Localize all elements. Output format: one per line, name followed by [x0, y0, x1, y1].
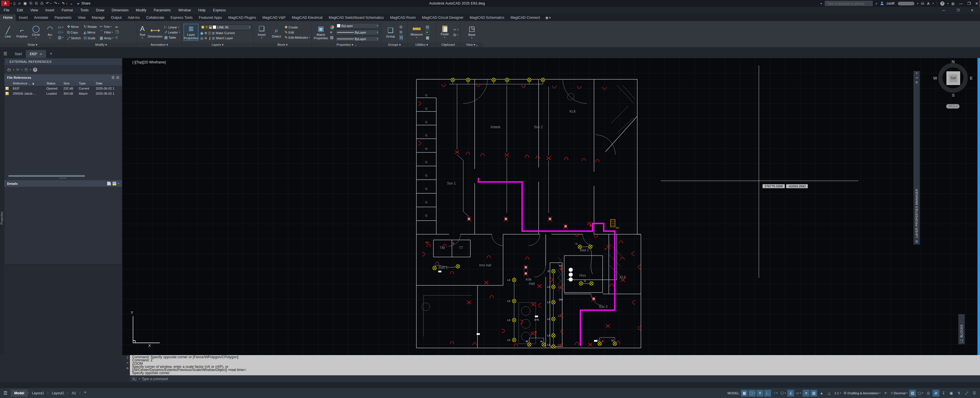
- menu-express[interactable]: Express: [209, 8, 229, 12]
- customization[interactable]: ☰: [971, 390, 978, 396]
- command-input[interactable]: Type a command: [142, 377, 168, 381]
- linear-button[interactable]: ⊢Linear▾: [164, 25, 179, 29]
- app-menu-dropdown-icon[interactable]: ▾: [11, 2, 12, 5]
- hatch-button[interactable]: ▨▾: [58, 35, 64, 40]
- linetype-select[interactable]: ByLayer▾: [336, 36, 379, 42]
- menu-help[interactable]: Help: [195, 8, 210, 12]
- menu-window[interactable]: Window: [175, 8, 194, 12]
- modify-rotate-button[interactable]: ↻Rotate: [84, 24, 97, 29]
- user-avatar-icon[interactable]: [881, 4, 884, 5]
- drawing-canvas[interactable]: [-][Top][2D Wireframe] Sov 1ArbeteSov 2K…: [122, 58, 980, 355]
- menu-format[interactable]: Format: [58, 8, 77, 12]
- erase-icon[interactable]: ✏: [115, 25, 119, 29]
- ribbon-tab-output[interactable]: Output: [108, 14, 125, 21]
- detect-button[interactable]: ⌕Detect: [270, 26, 283, 38]
- group-button[interactable]: ❑Group: [383, 26, 398, 38]
- performance-recorder[interactable]: ↯: [956, 390, 963, 396]
- help-dropdown-icon[interactable]: ▾: [947, 2, 948, 5]
- refresh-icon[interactable]: ⟳: [16, 67, 20, 72]
- layout-tab-layout2[interactable]: Layout2: [48, 390, 67, 397]
- qat-more-icon[interactable]: ⌄: [70, 0, 73, 6]
- layers-panel-title[interactable]: Layers ▾: [182, 42, 253, 47]
- properties-panel-title[interactable]: Properties ▾ ⌟: [312, 42, 381, 47]
- base-button[interactable]: ◳Base▾: [465, 25, 479, 40]
- lineweight-toggle[interactable]: ≡: [803, 390, 810, 396]
- open-file-icon[interactable]: ▱: [18, 0, 21, 6]
- details-view-icon[interactable]: [107, 181, 111, 185]
- help-search-input[interactable]: [825, 1, 873, 6]
- ribbon-tab-magicad-connect[interactable]: MagiCAD Connect: [508, 14, 543, 21]
- collapse-search-icon[interactable]: ▸: [821, 2, 822, 5]
- menu-insert[interactable]: Insert: [42, 8, 58, 12]
- graphics-performance[interactable]: ⊘: [932, 390, 939, 396]
- table-button[interactable]: ▦Table: [164, 35, 176, 40]
- cut-button[interactable]: ✂▾: [453, 27, 458, 32]
- edit-attributes-button[interactable]: ✎Edit Attributes▾: [285, 35, 310, 40]
- ribbon-tab-annotate[interactable]: Annotate: [31, 14, 51, 21]
- layer-unlock-icon[interactable]: [209, 27, 212, 29]
- copy-clip-button[interactable]: ⧉▾: [453, 33, 458, 37]
- ellipse-button[interactable]: ⬭▾: [58, 30, 64, 34]
- line-button[interactable]: ╱Line: [2, 26, 14, 38]
- xref-column-2[interactable]: Size: [62, 81, 78, 86]
- layout-tab-a1[interactable]: A1: [68, 390, 79, 397]
- trusted-dwg[interactable]: ▣: [948, 390, 955, 396]
- clipboard-panel-title[interactable]: Clipboard: [436, 42, 460, 47]
- modify-trim-button[interactable]: ✂Trim▾: [100, 24, 114, 29]
- lineweight-select[interactable]: ByLayer▾: [336, 30, 379, 35]
- quick-properties-toggle[interactable]: ▤: [909, 390, 916, 396]
- measure-button[interactable]: Measure▾: [409, 25, 424, 40]
- command-customize-icon[interactable]: ⚙: [126, 367, 129, 370]
- ribbon-tab-home[interactable]: Home: [0, 14, 16, 21]
- save-status[interactable]: ↧: [940, 390, 947, 396]
- menu-tools[interactable]: Tools: [76, 8, 92, 12]
- snap-toggle[interactable]: ⬚▾: [749, 390, 756, 396]
- annotation-panel-title[interactable]: Annotation ▾: [137, 42, 181, 47]
- quick-select-icon[interactable]: ▤: [426, 25, 429, 29]
- ribbon-tab-magicad-circuit-designer[interactable]: MagiCAD Circuit Designer: [419, 14, 467, 21]
- modify-mirror-button[interactable]: ◭Mirror: [84, 30, 97, 35]
- help-icon[interactable]: ?: [940, 2, 945, 6]
- save-as-icon[interactable]: ⎘: [29, 0, 32, 6]
- autodesk-a-icon[interactable]: A: [927, 2, 930, 6]
- doc-minimize-button[interactable]: —: [939, 8, 949, 12]
- arc-button[interactable]: ◠Arc▾: [44, 25, 56, 40]
- layer-properties-manager-collapsed[interactable]: ✕ ⇥ ⚙ LAYER PROPERTIES MANAGER ≣: [913, 71, 920, 245]
- user-name[interactable]: zaidK: [886, 2, 895, 5]
- select-window-icon[interactable]: ⌖: [426, 30, 429, 35]
- ribbon-tab-express-tools[interactable]: Express Tools: [167, 14, 196, 21]
- make-current-button[interactable]: ◉❄⚿≣Make Current: [200, 31, 251, 35]
- create-block-button[interactable]: ✱Create: [285, 25, 298, 29]
- path-dropdown-icon[interactable]: ▾: [30, 68, 31, 71]
- user-dropdown-icon[interactable]: ▾: [917, 2, 918, 5]
- share-button[interactable]: ➤ Share: [77, 2, 91, 6]
- annotation-monitor[interactable]: ✛: [882, 390, 889, 396]
- palette-splitter[interactable]: •••••: [4, 177, 122, 180]
- edit-block-button[interactable]: ✎Edit: [285, 30, 294, 34]
- match-properties-button[interactable]: ▣Match Properties: [313, 25, 328, 40]
- modify-stretch-button[interactable]: ⤢Stretch: [67, 35, 81, 41]
- palette-settings-icon[interactable]: ⚙: [915, 80, 918, 85]
- minimize-button[interactable]: —: [959, 2, 963, 6]
- application-menu-button[interactable]: A: [1, 0, 10, 6]
- ungroup-icon[interactable]: ⧉: [399, 25, 403, 29]
- layer-thaw-icon[interactable]: ☀: [205, 25, 208, 29]
- clean-screen[interactable]: ⤢: [963, 390, 970, 396]
- rectangle-button[interactable]: ▭▾: [58, 25, 64, 29]
- doc-restore-button[interactable]: ❐: [953, 8, 963, 12]
- palette-grip-icon[interactable]: ⁞: [6, 60, 8, 64]
- ribbon-display-toggle-icon[interactable]: ▣ ▾: [546, 16, 551, 21]
- command-history[interactable]: Command: Specify opposite corner or [Fen…: [130, 355, 980, 375]
- offset-icon[interactable]: ⊂: [115, 35, 119, 40]
- utilities-panel-title[interactable]: Utilities ▾: [407, 42, 436, 47]
- close-button[interactable]: ✕: [975, 2, 978, 6]
- layer-color-swatch[interactable]: [213, 25, 216, 29]
- redo-icon-dropdown[interactable]: ▾: [58, 2, 59, 5]
- file-tab-menu-icon[interactable]: ☰: [1, 51, 11, 58]
- layer-select[interactable]: ☀ LINE 05 ▾: [200, 24, 251, 30]
- ribbon-tab-magicad-switchboard-schematics[interactable]: MagiCAD Switchboard Schematics: [326, 14, 387, 21]
- undo-icon-dropdown[interactable]: ▾: [50, 2, 51, 5]
- markup-icon-dropdown[interactable]: ▾: [66, 2, 67, 5]
- ribbon-tab-magicad-v-p[interactable]: MagiCAD V&P: [259, 14, 289, 21]
- tab-e63[interactable]: E63*✕: [26, 50, 46, 58]
